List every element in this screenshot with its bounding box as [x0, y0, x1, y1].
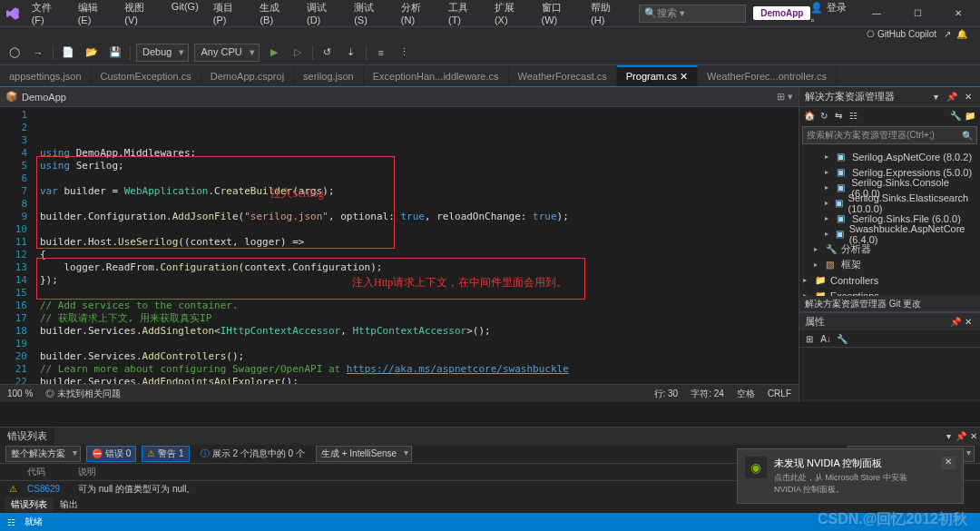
el-close-icon[interactable]: ✕: [967, 430, 980, 443]
tree-node[interactable]: ▸▣Serilog.AspNetCore (8.0.2): [799, 149, 980, 164]
line-indicator: 行: 30: [654, 388, 679, 400]
status-ready: 就绪: [24, 516, 43, 528]
close-button[interactable]: ✕: [943, 0, 975, 27]
props-az-icon[interactable]: A↓: [819, 332, 832, 345]
menu-item[interactable]: 视图(V): [118, 0, 163, 29]
toolbar-btn-a[interactable]: ↺: [318, 44, 337, 62]
el-build-filter[interactable]: 生成 + IntelliSense: [316, 446, 412, 462]
sol-tool2-icon[interactable]: 📁: [964, 109, 976, 122]
tab-errorlist[interactable]: 错误列表: [5, 497, 53, 512]
properties-header: 属性📌✕: [799, 312, 980, 330]
menu-item[interactable]: 扩展(X): [488, 0, 534, 29]
el-errors-toggle[interactable]: ⛔错误 0: [86, 446, 136, 462]
zoom-level[interactable]: 100 %: [7, 388, 33, 398]
start-noDebug-button[interactable]: ▷: [289, 44, 307, 62]
menu-item[interactable]: 工具(T): [442, 0, 486, 29]
main-menu: 文件(F)编辑(E)视图(V)Git(G)项目(P)生成(B)调试(D)测试(S…: [25, 0, 631, 29]
solution-bottom-tabs[interactable]: 解决方案资源管理器 Git 更改: [799, 296, 980, 312]
login-link[interactable]: 👤 登录 ▫: [810, 1, 851, 25]
bell-icon[interactable]: 🔔: [956, 29, 967, 39]
toolbar-btn-d[interactable]: ⋮: [396, 44, 414, 62]
sol-refresh-icon[interactable]: ↻: [818, 109, 830, 122]
sol-tool1-icon[interactable]: 🔧: [949, 109, 962, 122]
solution-title: 解决方案资源管理器: [805, 90, 895, 103]
panel-pin-icon[interactable]: 📌: [946, 91, 958, 103]
nav-project-combo[interactable]: 📦 DemoApp: [5, 91, 66, 103]
open-button[interactable]: 📂: [83, 44, 101, 62]
menu-item[interactable]: 调试(D): [300, 0, 346, 29]
vs-logo-icon: [5, 6, 20, 21]
config-combo[interactable]: Debug: [136, 44, 189, 62]
menu-item[interactable]: Git(G): [165, 0, 205, 29]
panel-close-icon[interactable]: ✕: [962, 91, 975, 103]
props-cat-icon[interactable]: ⊞: [803, 332, 816, 345]
document-tab[interactable]: CustomException.cs: [92, 67, 201, 85]
nvidia-toast[interactable]: ◉ 未发现 NVIDIA 控制面板 点击此处，从 Microsoft Store…: [737, 448, 964, 504]
nav-back-button[interactable]: ◯: [5, 44, 24, 62]
tab-output[interactable]: 输出: [54, 497, 83, 512]
github-copilot-link[interactable]: ⎔ GitHub Copilot: [867, 29, 936, 39]
toast-close-button[interactable]: ✕: [941, 457, 956, 469]
document-tab[interactable]: appsettings.json: [0, 67, 92, 85]
sol-home-icon[interactable]: 🏠: [803, 109, 816, 122]
code-area[interactable]: using DemoApp.Middlewares;using Serilog;…: [34, 107, 799, 384]
sol-filter-icon[interactable]: ☷: [847, 109, 859, 122]
document-tab[interactable]: Program.cs ✕: [617, 65, 698, 86]
panel-opts-icon[interactable]: ▾: [929, 91, 942, 103]
nav-fwd-button[interactable]: →: [29, 44, 47, 62]
error-list-tab[interactable]: 错误列表: [0, 428, 54, 445]
el-code[interactable]: CS8629: [27, 484, 71, 494]
statusbar-icon[interactable]: ☷: [7, 517, 15, 527]
solution-tree[interactable]: ▸▣Serilog.AspNetCore (8.0.2)▸▣Serilog.Ex…: [799, 147, 980, 296]
menu-item[interactable]: 编辑(E): [72, 0, 117, 29]
minimize-button[interactable]: —: [860, 0, 892, 27]
crlf-indicator[interactable]: CRLF: [768, 388, 791, 398]
toast-desc: 点击此处，从 Microsoft Store 中安装 NVIDIA 控制面板。: [774, 472, 934, 496]
tree-node[interactable]: ▸▣Serilog.Sinks.Elasticsearch (10.0.0): [799, 195, 980, 211]
tree-node[interactable]: ▸▧框架: [799, 257, 980, 272]
props-tool-icon[interactable]: 🔧: [836, 332, 848, 345]
menu-item[interactable]: 窗口(W): [535, 0, 583, 29]
platform-combo[interactable]: Any CPU: [194, 44, 259, 62]
document-tab[interactable]: serilog.json: [294, 67, 364, 85]
search-box[interactable]: 🔍 搜索 ▾: [639, 5, 746, 23]
code-editor[interactable]: 1234567891011121314151617181920212223242…: [0, 107, 799, 384]
el-warnings-toggle[interactable]: ⚠警告 1: [142, 446, 189, 462]
issues-indicator[interactable]: ◎ 未找到相关问题: [45, 388, 121, 400]
tree-node[interactable]: ▸📁Controllers: [799, 272, 980, 288]
document-tab[interactable]: WeatherForecast.cs: [509, 67, 617, 85]
menu-item[interactable]: 生成(B): [253, 0, 299, 29]
tree-node[interactable]: ▸▣Swashbuckle.AspNetCore (6.4.0): [799, 226, 980, 241]
el-opts-icon[interactable]: ▾: [942, 430, 955, 443]
sol-sync-icon[interactable]: ⇆: [832, 109, 845, 122]
share-icon[interactable]: ↗: [944, 29, 951, 39]
line-gutter: 1234567891011121314151617181920212223242…: [0, 107, 34, 384]
maximize-button[interactable]: ☐: [902, 0, 934, 27]
start-button[interactable]: ▶: [265, 44, 283, 62]
document-tab[interactable]: ExceptionHan...iddleware.cs: [364, 67, 509, 85]
new-item-button[interactable]: 📄: [59, 44, 77, 62]
menu-item[interactable]: 文件(F): [25, 0, 70, 29]
tree-node[interactable]: ▸📁Exceptions: [799, 288, 980, 296]
nav-split-icon[interactable]: ⊞ ▾: [777, 91, 793, 103]
menu-item[interactable]: 测试(S): [348, 0, 393, 29]
solution-explorer: 解决方案资源管理器 ▾ 📌 ✕ 🏠 ↻ ⇆ ☷ 🔧 📁 搜索解决方案资源管理器(…: [799, 87, 980, 402]
el-pin-icon[interactable]: 📌: [955, 430, 967, 443]
props-pin-icon[interactable]: 📌: [949, 316, 962, 329]
save-button[interactable]: 💾: [106, 44, 124, 62]
editor-navbar: 📦 DemoApp ⊞ ▾: [0, 87, 799, 107]
toolbar-btn-b[interactable]: ⇣: [342, 44, 360, 62]
menu-item[interactable]: 项目(P): [207, 0, 252, 29]
el-scope-filter[interactable]: 整个解决方案: [5, 446, 81, 462]
document-tab[interactable]: DemoApp.csproj: [201, 67, 294, 85]
props-close-icon[interactable]: ✕: [962, 316, 975, 329]
solution-search[interactable]: 搜索解决方案资源管理器(Ctrl+;)🔍: [802, 126, 977, 144]
menu-item[interactable]: 帮助(H): [584, 0, 630, 29]
menu-item[interactable]: 分析(N): [395, 0, 440, 29]
toolbar-btn-c[interactable]: ≡: [372, 44, 390, 62]
col-indicator: 字符: 24: [691, 388, 724, 400]
spaces-indicator[interactable]: 空格: [737, 388, 755, 400]
properties-body: [799, 348, 980, 402]
el-messages-toggle[interactable]: ⓘ展示 2 个消息中的 0 个: [195, 446, 310, 462]
document-tab[interactable]: WeatherForec...ontroller.cs: [698, 67, 837, 85]
